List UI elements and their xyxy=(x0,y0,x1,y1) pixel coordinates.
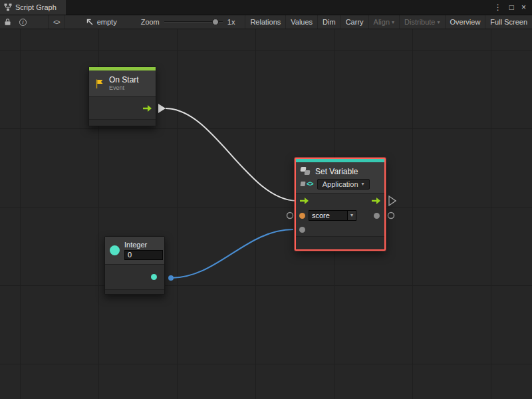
variables-icon xyxy=(301,167,311,176)
node-title: Set Variable xyxy=(315,167,358,176)
values-button[interactable]: Values xyxy=(285,15,317,29)
connections-layer xyxy=(0,29,532,399)
integer-icon xyxy=(110,245,120,255)
close-icon[interactable]: × xyxy=(521,3,526,11)
node-set-variable[interactable]: Set Variable <> Application ▾ xyxy=(295,158,386,251)
port-output-value[interactable] xyxy=(374,213,380,219)
set-variable-title-row: Set Variable xyxy=(301,165,380,178)
zoom-control: Zoom 1x xyxy=(136,15,240,29)
zoom-slider-knob[interactable] xyxy=(212,19,219,25)
node-integer[interactable]: Integer 0 xyxy=(104,236,165,295)
node-title: On Start xyxy=(109,75,139,84)
flag-icon xyxy=(94,78,105,89)
exec-connector-onstart[interactable] xyxy=(158,104,166,113)
script-graph-window: Script Graph ⋮ □ × i <> empty Zoom xyxy=(0,0,532,399)
zoom-label: Zoom xyxy=(141,18,160,26)
scope-value: Application xyxy=(323,180,358,188)
caret-down-icon: ▾ xyxy=(438,19,440,25)
toolbar-buttons: Relations Values Dim Carry Align▾ Distri… xyxy=(245,15,532,29)
carry-button[interactable]: Carry xyxy=(340,15,368,29)
empty-label: empty xyxy=(97,18,117,26)
titlebar: Script Graph ⋮ □ × xyxy=(0,0,532,15)
graph-toolbar: i <> empty Zoom 1x Relations Values Dim … xyxy=(0,15,532,29)
graph-canvas[interactable]: On Start Event Set Variable xyxy=(0,29,532,399)
value-input-row xyxy=(296,223,384,236)
fullscreen-button[interactable]: Full Screen xyxy=(485,15,532,29)
lock-glyph xyxy=(4,18,11,26)
on-start-footer xyxy=(89,120,156,126)
lock-icon[interactable] xyxy=(0,15,15,29)
menu-icon[interactable]: ⋮ xyxy=(494,3,502,11)
tab-title: Script Graph xyxy=(15,3,57,11)
connection-status[interactable]: empty xyxy=(81,15,122,29)
on-start-header: On Start Event xyxy=(89,70,156,97)
code-icon[interactable]: <> xyxy=(48,15,65,29)
caret-down-icon[interactable]: ▾ xyxy=(347,211,356,220)
value-open-connector-left[interactable] xyxy=(287,213,293,219)
caret-down-icon: ▾ xyxy=(392,19,394,25)
exec-input-port[interactable] xyxy=(299,197,309,205)
port-integer-output[interactable] xyxy=(151,274,157,280)
wire-onstart-to-setvariable[interactable] xyxy=(166,108,297,201)
wire-integer-to-setvariable[interactable] xyxy=(171,229,293,278)
caret-down-icon: ▾ xyxy=(362,181,364,187)
variable-name-value: score xyxy=(309,211,347,220)
exec-output-port[interactable] xyxy=(142,104,152,112)
node-title: Integer xyxy=(124,241,163,249)
integer-header: Integer 0 xyxy=(105,237,164,265)
set-variable-scope-row: <> Application ▾ xyxy=(301,178,380,190)
integer-value-field[interactable]: 0 xyxy=(124,250,163,260)
distribute-button: Distribute▾ xyxy=(399,15,444,29)
value-connector-integer[interactable] xyxy=(168,275,174,281)
graph-code-icon: <> xyxy=(301,180,313,188)
exec-open-connector-setvariable[interactable] xyxy=(389,196,396,205)
maximize-icon[interactable]: □ xyxy=(509,3,514,11)
integer-ports xyxy=(105,265,164,290)
relations-button[interactable]: Relations xyxy=(245,15,285,29)
integer-fields: Integer 0 xyxy=(124,241,163,260)
on-start-ports xyxy=(89,97,156,120)
zoom-slider[interactable] xyxy=(164,18,223,26)
port-variable-name[interactable] xyxy=(299,213,305,219)
variable-name-field[interactable]: score ▾ xyxy=(309,210,356,221)
window-controls: ⋮ □ × xyxy=(494,0,532,15)
value-open-connector-right[interactable] xyxy=(388,213,394,219)
node-subtitle: Event xyxy=(109,84,139,92)
port-input-value[interactable] xyxy=(299,227,305,233)
tab-script-graph[interactable]: Script Graph xyxy=(0,0,66,15)
overview-button[interactable]: Overview xyxy=(445,15,485,29)
set-variable-footer xyxy=(296,236,384,249)
exec-port-row xyxy=(296,194,384,208)
on-start-titles: On Start Event xyxy=(109,75,139,92)
zoom-value: 1x xyxy=(227,18,235,26)
variable-name-row: score ▾ xyxy=(296,208,384,223)
script-graph-icon xyxy=(4,3,12,11)
info-icon[interactable]: i xyxy=(15,15,31,29)
exec-output-port[interactable] xyxy=(371,197,381,205)
pointer-icon xyxy=(86,18,94,26)
variable-scope-dropdown[interactable]: Application ▾ xyxy=(317,179,370,190)
align-button: Align▾ xyxy=(368,15,399,29)
integer-footer xyxy=(105,290,164,294)
set-variable-header: Set Variable <> Application ▾ xyxy=(296,162,384,194)
dim-button[interactable]: Dim xyxy=(317,15,340,29)
node-on-start[interactable]: On Start Event xyxy=(88,66,156,126)
